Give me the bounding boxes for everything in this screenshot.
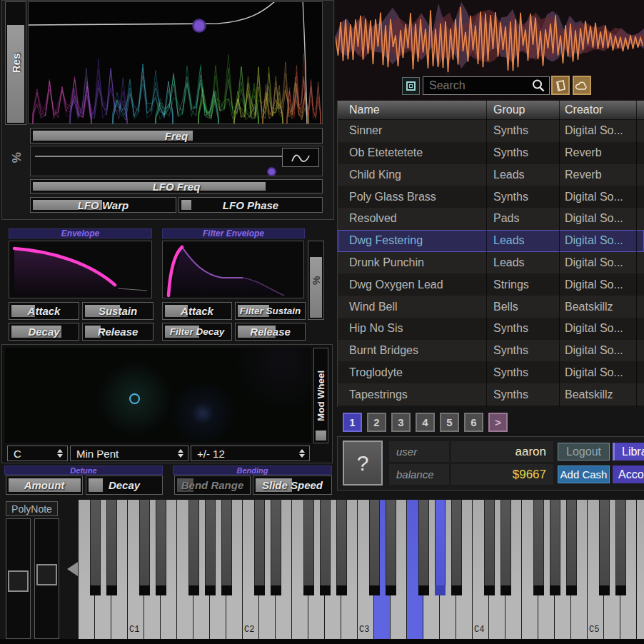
black-key-F#2[interactable] — [303, 500, 314, 595]
scale-select[interactable]: Min Pent — [70, 446, 188, 461]
user-label: user — [389, 441, 449, 462]
next-page-button[interactable]: > — [488, 413, 508, 432]
lfo-warp-slider[interactable]: LFO Warp — [30, 197, 176, 213]
polynote-slider-2[interactable] — [34, 518, 59, 639]
black-key-A#1[interactable] — [221, 500, 232, 595]
page-button-3[interactable]: 3 — [391, 413, 411, 432]
table-row[interactable]: ResolvedPadsDigital So... — [338, 208, 644, 230]
black-key-C#4[interactable] — [484, 500, 495, 595]
resonance-slider[interactable]: Res — [5, 1, 26, 125]
filter-envelope-title: Filter Envelope — [203, 228, 264, 238]
black-key-F#1[interactable] — [188, 500, 199, 595]
freq-slider[interactable]: Freq — [30, 128, 323, 144]
view-mode-button[interactable] — [402, 77, 420, 95]
column-header-name[interactable]: Name — [338, 104, 486, 116]
table-cell: Digital So... — [559, 256, 636, 269]
black-key-A#4[interactable] — [566, 500, 577, 595]
avatar[interactable]: ? — [343, 441, 383, 485]
black-key-C#2[interactable] — [254, 500, 265, 595]
filter-envelope-graph[interactable] — [162, 241, 304, 298]
amp-release-button[interactable]: Release — [82, 323, 154, 341]
lfo-amount-knob[interactable]: % — [7, 146, 27, 170]
page-button-1[interactable]: 1 — [343, 413, 362, 432]
filter-display[interactable] — [28, 1, 323, 124]
filter-attack-button[interactable]: Attack — [162, 302, 232, 320]
black-key-A#0[interactable] — [106, 500, 117, 595]
black-key-D#1[interactable] — [156, 500, 166, 595]
black-key-G#2[interactable] — [320, 500, 331, 595]
lfo-position-slider[interactable] — [30, 146, 323, 176]
lfo-position-handle[interactable] — [267, 167, 276, 176]
black-key-G#0[interactable] — [90, 500, 101, 595]
black-key-F#3[interactable] — [418, 500, 429, 595]
column-header-group[interactable]: Group — [486, 104, 559, 116]
lfo-phase-slider[interactable]: LFO Phase — [178, 197, 323, 213]
account-button[interactable]: Account — [613, 466, 644, 483]
table-row[interactable]: Dwg FesteringLeadsDigital So... — [338, 230, 644, 252]
detune-amount-button[interactable]: Amount — [6, 476, 83, 495]
amp-sustain-button[interactable]: Sustain — [82, 302, 154, 320]
search-box[interactable] — [423, 76, 550, 95]
library-button[interactable]: Library — [613, 443, 644, 461]
slide-speed-button[interactable]: Slide Speed — [253, 476, 332, 495]
range-select[interactable]: +/- 12 — [191, 446, 310, 461]
black-key-G#1[interactable] — [205, 500, 216, 595]
cloud-sync-button[interactable] — [573, 76, 591, 95]
filter-decay-button[interactable]: Filter Decay — [162, 323, 232, 341]
filter-release-button[interactable]: Release — [235, 323, 306, 341]
table-row[interactable]: Dwg Oxygen LeadStringsDigital So... — [338, 273, 644, 296]
column-header-creator[interactable]: Creator — [559, 104, 636, 116]
white-key-F5[interactable] — [637, 500, 644, 639]
black-key-C#1[interactable] — [139, 500, 150, 595]
bend-range-button[interactable]: Bend Range — [174, 476, 251, 495]
table-row[interactable]: Ob EteteteteteSynthsReverb — [338, 142, 644, 164]
root-note-select[interactable]: C — [7, 446, 68, 461]
black-key-D#4[interactable] — [500, 500, 511, 595]
page-button-5[interactable]: 5 — [440, 413, 459, 432]
table-cell: Synths — [486, 344, 559, 357]
black-key-C#5[interactable] — [599, 500, 610, 595]
page-button-2[interactable]: 2 — [367, 413, 386, 432]
black-key-G#3[interactable] — [435, 500, 446, 595]
filter-sustain-button[interactable]: Filter Sustain — [235, 302, 306, 320]
filter-cutoff-handle[interactable] — [193, 20, 206, 32]
black-key-G#4[interactable] — [550, 500, 560, 595]
black-key-D#5[interactable] — [615, 500, 626, 595]
xy-pad-cursor[interactable] — [129, 393, 140, 404]
logout-button[interactable]: Logout — [558, 443, 610, 461]
polynote-slider-2-handle[interactable] — [36, 564, 57, 585]
envelope-amount-slider[interactable]: % — [308, 241, 324, 320]
mod-wheel-slider[interactable]: Mod Wheel — [313, 348, 328, 443]
bend-range-label: Bend Range — [181, 479, 244, 491]
table-row[interactable]: Wind BellBellsBeatskillz — [338, 296, 644, 318]
black-key-D#2[interactable] — [271, 500, 281, 595]
table-row[interactable]: SinnerSynthsDigital So... — [338, 120, 644, 142]
table-row[interactable]: TroglodyteSynthsDigital So... — [338, 361, 644, 383]
lfo-waveform-button[interactable] — [282, 148, 319, 167]
amp-envelope-graph[interactable] — [9, 241, 152, 298]
black-key-A#3[interactable] — [451, 500, 462, 595]
search-input[interactable] — [423, 79, 530, 92]
table-row[interactable]: Drunk PunchinLeadsDigital So... — [338, 252, 644, 274]
black-key-D#3[interactable] — [386, 500, 396, 595]
amp-attack-button[interactable]: Attack — [9, 302, 79, 320]
polynote-slider-1[interactable] — [6, 518, 31, 639]
table-row[interactable]: Poly Glass BrassSynthsDigital So... — [338, 186, 644, 208]
add-cash-button[interactable]: Add Cash — [558, 466, 610, 483]
table-row[interactable]: Burnt BridgesSynthsDigital So... — [338, 340, 644, 362]
library-browse-button[interactable] — [551, 76, 570, 95]
page-button-4[interactable]: 4 — [416, 413, 435, 432]
table-row[interactable]: Child KingLeadsReverb — [338, 164, 644, 186]
polynote-slider-1-handle[interactable] — [8, 570, 29, 592]
amp-decay-button[interactable]: Decay — [9, 323, 79, 341]
table-row[interactable]: Hip No SisSynthsDigital So... — [338, 318, 644, 340]
lfo-freq-slider[interactable]: LFO Freq — [30, 179, 323, 193]
page-button-6[interactable]: 6 — [464, 413, 483, 432]
black-key-C#3[interactable] — [369, 500, 380, 595]
xy-pad[interactable] — [5, 348, 311, 443]
piano-keyboard[interactable]: C1C2C3C4C5 — [79, 500, 644, 639]
detune-decay-button[interactable]: Decay — [86, 476, 163, 495]
black-key-A#2[interactable] — [336, 500, 347, 595]
table-row[interactable]: TapestringsSynthsBeatskillz — [338, 383, 644, 406]
black-key-F#4[interactable] — [533, 500, 544, 595]
